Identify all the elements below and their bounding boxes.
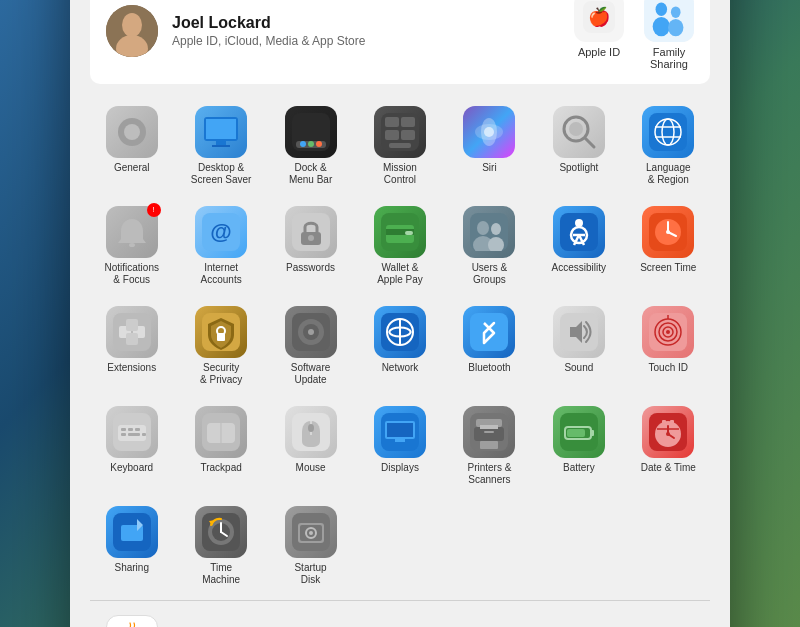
family-sharing-action[interactable]: FamilySharing (644, 0, 694, 70)
pref-item-spotlight[interactable]: Spotlight (537, 100, 620, 192)
extensions-icon (106, 306, 158, 358)
svg-rect-65 (113, 313, 151, 351)
svg-point-120 (666, 432, 670, 436)
svg-rect-23 (401, 117, 415, 127)
spacer5 (179, 609, 262, 628)
notifications-icon-wrapper: ! (106, 206, 158, 258)
extensions-label: Extensions (107, 362, 156, 374)
pref-item-battery[interactable]: Battery (537, 400, 620, 492)
printers-label: Printers &Scanners (467, 462, 511, 486)
language-label: Language& Region (646, 162, 691, 186)
accessibility-icon (553, 206, 605, 258)
pref-item-users[interactable]: Users &Groups (448, 200, 531, 292)
desktop-icon (195, 106, 247, 158)
pref-item-timemachine[interactable]: TimeMachine (179, 500, 262, 592)
touchid-icon (642, 306, 694, 358)
pref-row-6: Java (90, 609, 710, 628)
pref-item-printers[interactable]: Printers &Scanners (448, 400, 531, 492)
pref-item-trackpad[interactable]: Trackpad (179, 400, 262, 492)
keyboard-label: Keyboard (110, 462, 153, 474)
pref-row-1: General Desktop &Screen Saver Dock &Menu… (90, 100, 710, 192)
pref-item-language[interactable]: Language& Region (627, 100, 710, 192)
svg-rect-13 (206, 119, 236, 139)
software-icon (285, 306, 337, 358)
users-label: Users &Groups (472, 262, 508, 286)
spacer4 (627, 500, 710, 592)
accessibility-label: Accessibility (552, 262, 606, 274)
pref-item-screentime[interactable]: Screen Time (627, 200, 710, 292)
spacer8 (448, 609, 531, 628)
svg-rect-115 (567, 429, 585, 437)
family-sharing-label: FamilySharing (650, 46, 688, 70)
svg-rect-54 (560, 213, 598, 251)
svg-rect-90 (128, 428, 133, 431)
pref-item-keyboard[interactable]: Keyboard (90, 400, 173, 492)
svg-rect-103 (387, 423, 413, 437)
svg-point-30 (484, 127, 494, 137)
passwords-label: Passwords (286, 262, 335, 274)
pref-item-desktop[interactable]: Desktop &Screen Saver (179, 100, 262, 192)
content-area: Joel Lockard Apple ID, iCloud, Media & A… (70, 0, 730, 627)
svg-line-32 (585, 138, 594, 147)
svg-point-7 (653, 17, 670, 36)
spacer (358, 500, 441, 592)
wallet-label: Wallet &Apple Pay (377, 262, 423, 286)
desktop-label: Desktop &Screen Saver (191, 162, 252, 186)
startup-icon (285, 506, 337, 558)
spacer2 (448, 500, 531, 592)
pref-item-mouse[interactable]: Mouse (269, 400, 352, 492)
pref-item-siri[interactable]: Siri (448, 100, 531, 192)
svg-rect-93 (128, 433, 140, 436)
bluetooth-icon (463, 306, 515, 358)
pref-item-dock[interactable]: Dock &Menu Bar (269, 100, 352, 192)
apple-id-label: Apple ID (578, 46, 620, 58)
pref-item-software[interactable]: SoftwareUpdate (269, 300, 352, 392)
pref-item-sharing[interactable]: Sharing (90, 500, 173, 592)
siri-label: Siri (482, 162, 496, 174)
spotlight-icon (553, 106, 605, 158)
svg-point-6 (656, 2, 668, 15)
svg-point-1 (122, 13, 142, 37)
pref-item-java[interactable]: Java (90, 609, 173, 628)
pref-item-internet[interactable]: @ InternetAccounts (179, 200, 262, 292)
pref-item-mission[interactable]: MissionControl (358, 100, 441, 192)
svg-point-33 (569, 122, 583, 136)
pref-item-sound[interactable]: Sound (537, 300, 620, 392)
svg-point-100 (308, 424, 314, 432)
keyboard-icon (106, 406, 158, 458)
printers-icon (463, 406, 515, 458)
svg-point-9 (668, 18, 683, 35)
pref-row-5: Sharing TimeMachine StartupDisk (90, 500, 710, 592)
pref-item-wallet[interactable]: Wallet &Apple Pay (358, 200, 441, 292)
pref-item-startup[interactable]: StartupDisk (269, 500, 352, 592)
passwords-icon (285, 206, 337, 258)
svg-rect-110 (480, 441, 498, 449)
pref-item-bluetooth[interactable]: Bluetooth (448, 300, 531, 392)
apple-id-action[interactable]: 🍎 Apple ID (574, 0, 624, 70)
pref-item-datetime[interactable]: Date & Time (627, 400, 710, 492)
displays-label: Displays (381, 462, 419, 474)
pref-item-network[interactable]: Network (358, 300, 441, 392)
profile-info: Joel Lockard Apple ID, iCloud, Media & A… (172, 14, 574, 48)
notifications-badge: ! (147, 203, 161, 217)
pref-item-accessibility[interactable]: Accessibility (537, 200, 620, 292)
displays-icon (374, 406, 426, 458)
siri-icon (463, 106, 515, 158)
pref-item-extensions[interactable]: Extensions (90, 300, 173, 392)
svg-rect-111 (484, 431, 494, 433)
section-divider (90, 600, 710, 601)
pref-item-displays[interactable]: Displays (358, 400, 441, 492)
svg-rect-108 (474, 427, 504, 441)
svg-rect-80 (470, 313, 508, 351)
datetime-icon (642, 406, 694, 458)
pref-item-passwords[interactable]: Passwords (269, 200, 352, 292)
pref-item-notifications[interactable]: ! Notifications& Focus (90, 200, 173, 292)
svg-point-20 (316, 141, 322, 147)
screentime-label: Screen Time (640, 262, 696, 274)
pref-item-general[interactable]: General (90, 100, 173, 192)
apple-id-icon-circle: 🍎 (574, 0, 624, 42)
trackpad-label: Trackpad (200, 462, 241, 474)
pref-item-security[interactable]: Security& Privacy (179, 300, 262, 392)
pref-item-touchid[interactable]: Touch ID (627, 300, 710, 392)
svg-point-86 (666, 330, 670, 334)
